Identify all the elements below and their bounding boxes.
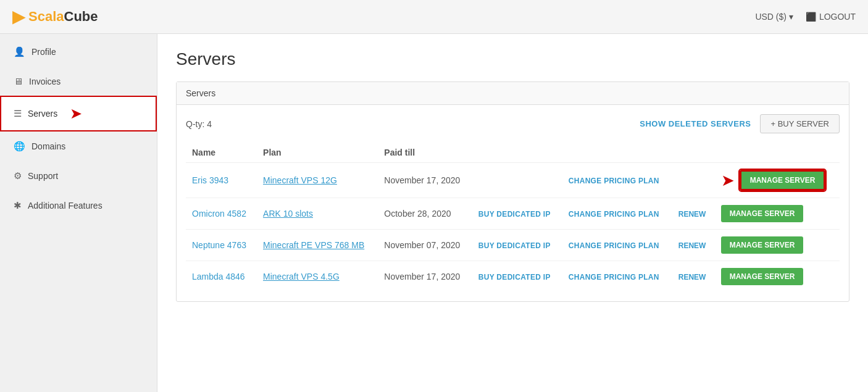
sidebar-label-support: Support: [28, 171, 58, 181]
server-name-link[interactable]: Neptune 4763: [192, 240, 246, 250]
logo-scala: Scala: [28, 9, 64, 25]
sidebar-item-profile[interactable]: 👤 Profile: [0, 37, 157, 67]
col-actions4: [715, 143, 840, 163]
servers-table: Name Plan Paid till Eris 3943 Minecraft: [186, 143, 840, 292]
server-plan-link[interactable]: Minecraft VPS 4.5G: [263, 272, 340, 281]
manage-server-button[interactable]: MANAGE SERVER: [721, 268, 804, 285]
buy-dedicated-ip-cell: BUY DEDICATED IP: [472, 230, 562, 261]
page-title: Servers: [176, 49, 849, 69]
server-plan-cell: Minecraft PE VPS 768 MB: [257, 230, 378, 261]
sidebar-label-profile: Profile: [31, 47, 56, 57]
renew-button[interactable]: RENEW: [678, 241, 706, 250]
server-name-cell: Lambda 4846: [186, 261, 257, 293]
change-pricing-button[interactable]: CHANGE PRICING PLAN: [569, 273, 659, 281]
change-pricing-cell: CHANGE PRICING PLAN: [562, 198, 672, 230]
renew-button[interactable]: RENEW: [678, 210, 706, 219]
sidebar: 👤 Profile 🖥 Invoices ☰ Servers ➤ 🌐 Domai…: [0, 34, 157, 392]
table-row: Neptune 4763 Minecraft PE VPS 768 MB Nov…: [186, 230, 840, 261]
card-body: Q-ty: 4 SHOW DELETED SERVERS + BUY SERVE…: [177, 105, 849, 301]
change-pricing-button[interactable]: CHANGE PRICING PLAN: [569, 177, 659, 185]
manage-cell: MANAGE SERVER: [715, 261, 840, 293]
change-pricing-cell: CHANGE PRICING PLAN: [562, 261, 672, 293]
buy-server-button[interactable]: + BUY SERVER: [760, 114, 840, 133]
manage-cell: MANAGE SERVER: [715, 230, 840, 261]
sidebar-item-support[interactable]: ⚙ Support: [0, 161, 157, 191]
server-paid-till: November 17, 2020: [378, 163, 472, 198]
profile-icon: 👤: [14, 46, 25, 57]
server-name-cell: Neptune 4763: [186, 230, 257, 261]
server-plan-cell: Minecraft VPS 12G: [257, 163, 378, 198]
qty-label: Q-ty: 4: [186, 119, 212, 129]
table-row: Omicron 4582 ARK 10 slots October 28, 20…: [186, 198, 840, 230]
col-actions1: [472, 143, 562, 163]
servers-icon: ☰: [14, 108, 22, 119]
server-plan-link[interactable]: Minecraft VPS 12G: [263, 175, 337, 185]
sidebar-item-invoices[interactable]: 🖥 Invoices: [0, 67, 157, 96]
logo: ▶ ScalaCube: [12, 7, 98, 27]
sidebar-item-domains[interactable]: 🌐 Domains: [0, 131, 157, 161]
col-name: Name: [186, 143, 257, 163]
logout-button[interactable]: ⬛ LOGOUT: [806, 12, 856, 22]
manage-cell: MANAGE SERVER: [715, 198, 840, 230]
sidebar-label-invoices: Invoices: [29, 77, 61, 86]
renew-cell: RENEW: [672, 198, 715, 230]
servers-card: Servers Q-ty: 4 SHOW DELETED SERVERS + B…: [176, 81, 849, 302]
sidebar-item-servers[interactable]: ☰ Servers ➤: [0, 96, 157, 131]
table-row: Lambda 4846 Minecraft VPS 4.5G November …: [186, 261, 840, 293]
manage-server-button[interactable]: MANAGE SERVER: [740, 170, 826, 191]
logo-icon: ▶: [12, 7, 25, 27]
manage-server-button[interactable]: MANAGE SERVER: [721, 205, 804, 222]
col-actions3: [672, 143, 715, 163]
additional-icon: ✱: [14, 200, 22, 211]
col-plan: Plan: [257, 143, 378, 163]
sidebar-label-servers: Servers: [28, 109, 57, 119]
support-icon: ⚙: [14, 170, 22, 181]
invoices-icon: 🖥: [14, 76, 23, 86]
row-arrow-indicator: ➤: [721, 171, 735, 190]
manage-cell: ➤ MANAGE SERVER: [715, 163, 840, 198]
main-content: Servers Servers Q-ty: 4 SHOW DELETED SER…: [157, 34, 868, 392]
buy-dedicated-ip-button[interactable]: BUY DEDICATED IP: [478, 241, 551, 250]
change-pricing-cell: CHANGE PRICING PLAN: [562, 163, 672, 198]
layout: 👤 Profile 🖥 Invoices ☰ Servers ➤ 🌐 Domai…: [0, 34, 868, 392]
server-name-cell: Omicron 4582: [186, 198, 257, 230]
server-plan-link[interactable]: Minecraft PE VPS 768 MB: [263, 240, 364, 250]
server-name-cell: Eris 3943: [186, 163, 257, 198]
renew-cell: RENEW: [672, 261, 715, 293]
currency-button[interactable]: USD ($) ▾: [755, 12, 793, 22]
server-plan-cell: Minecraft VPS 4.5G: [257, 261, 378, 293]
renew-cell: RENEW: [672, 230, 715, 261]
buy-dedicated-ip-cell: [472, 163, 562, 198]
logo-cube: Cube: [64, 9, 98, 25]
change-pricing-button[interactable]: CHANGE PRICING PLAN: [569, 210, 659, 219]
server-plan-cell: ARK 10 slots: [257, 198, 378, 230]
buy-dedicated-ip-cell: BUY DEDICATED IP: [472, 198, 562, 230]
show-deleted-button[interactable]: SHOW DELETED SERVERS: [640, 119, 751, 128]
buy-dedicated-ip-button[interactable]: BUY DEDICATED IP: [478, 273, 551, 281]
table-row: Eris 3943 Minecraft VPS 12G November 17,…: [186, 163, 840, 198]
server-name-link[interactable]: Lambda 4846: [192, 272, 245, 281]
header: ▶ ScalaCube USD ($) ▾ ⬛ LOGOUT: [0, 0, 868, 34]
server-plan-link[interactable]: ARK 10 slots: [263, 209, 313, 219]
sidebar-label-domains: Domains: [31, 141, 65, 151]
col-paid-till: Paid till: [378, 143, 472, 163]
renew-cell: [672, 163, 715, 198]
sidebar-label-additional: Additional Features: [28, 201, 102, 211]
sidebar-arrow-indicator: ➤: [70, 105, 82, 122]
buy-dedicated-ip-button[interactable]: BUY DEDICATED IP: [478, 210, 551, 219]
server-paid-till: November 17, 2020: [378, 261, 472, 293]
change-pricing-button[interactable]: CHANGE PRICING PLAN: [569, 241, 659, 250]
card-header: Servers: [177, 82, 849, 105]
qty-actions: SHOW DELETED SERVERS + BUY SERVER: [640, 114, 840, 133]
server-paid-till: November 07, 2020: [378, 230, 472, 261]
manage-server-button[interactable]: MANAGE SERVER: [721, 236, 804, 254]
domains-icon: 🌐: [14, 141, 25, 152]
server-name-link[interactable]: Eris 3943: [192, 175, 228, 185]
header-right: USD ($) ▾ ⬛ LOGOUT: [755, 12, 856, 22]
sidebar-item-additional[interactable]: ✱ Additional Features: [0, 191, 157, 220]
renew-button[interactable]: RENEW: [678, 273, 706, 281]
server-name-link[interactable]: Omicron 4582: [192, 209, 246, 219]
change-pricing-cell: CHANGE PRICING PLAN: [562, 230, 672, 261]
logout-icon: ⬛: [806, 12, 816, 22]
server-paid-till: October 28, 2020: [378, 198, 472, 230]
